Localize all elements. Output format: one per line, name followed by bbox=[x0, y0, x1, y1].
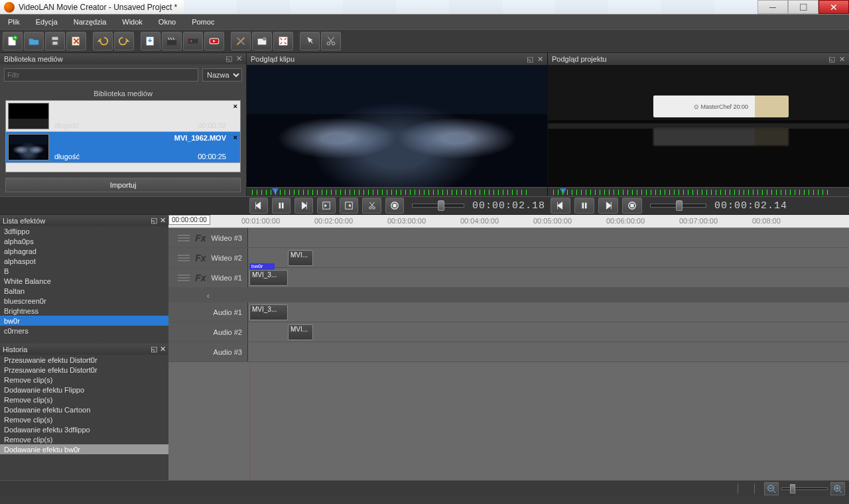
history-item[interactable]: Dodawanie efektu Cartoon bbox=[0, 405, 168, 414]
effect-item[interactable]: White Balance bbox=[0, 276, 168, 286]
clip-preview-ruler[interactable] bbox=[247, 187, 547, 196]
cut-tool-button[interactable] bbox=[321, 32, 341, 50]
media-list[interactable]: długość00:00:32 × MVI_1962.MOV długość00… bbox=[5, 100, 241, 172]
panel-float-icon[interactable]: ◱ bbox=[226, 54, 232, 63]
panel-close-icon[interactable]: ✕ bbox=[537, 55, 543, 64]
effects-list[interactable]: 3dflippoalpha0psalphagradalphaspotBWhite… bbox=[0, 226, 168, 344]
pointer-tool-button[interactable] bbox=[300, 32, 320, 50]
audio-track[interactable]: Audio #2MVI... bbox=[168, 322, 849, 342]
maximize-button[interactable]: ☐ bbox=[788, 0, 818, 14]
redo-button[interactable] bbox=[114, 32, 134, 50]
close-button[interactable]: ✕ bbox=[818, 0, 849, 14]
zoom-slider[interactable] bbox=[781, 487, 828, 490]
video-track[interactable]: FxWideo #1bw0rMVI_3... bbox=[168, 268, 849, 288]
track-collapse-row[interactable]: ‹ bbox=[168, 288, 849, 302]
effect-item[interactable]: alphagrad bbox=[0, 246, 168, 256]
media-item[interactable]: długość00:00:32 × bbox=[6, 101, 240, 132]
project-stop-button[interactable] bbox=[622, 198, 642, 214]
fx-icon[interactable]: Fx bbox=[195, 273, 206, 283]
effect-item[interactable]: Baltan bbox=[0, 286, 168, 296]
timeline-tracks[interactable]: FxWideo #3FxWideo #2MVI...FxWideo #1bw0r… bbox=[168, 228, 849, 480]
history-item[interactable]: Dodawanie efektu 3dflippo bbox=[0, 424, 168, 434]
clip-cut-button[interactable] bbox=[362, 198, 381, 214]
audio-track[interactable]: Audio #3 bbox=[168, 342, 849, 362]
timeline-clip[interactable]: MVI... bbox=[288, 250, 313, 266]
timeline-clip[interactable]: MVI_3... bbox=[249, 270, 288, 286]
project-preview-ruler[interactable] bbox=[548, 187, 849, 196]
panel-float-icon[interactable]: ◱ bbox=[527, 55, 533, 64]
fx-icon[interactable]: Fx bbox=[195, 253, 206, 263]
timeline-ruler[interactable]: 00:00:00:00 00:01:00:00 00:02:00:00 00:0… bbox=[168, 215, 849, 228]
history-item[interactable]: Przesuwanie efektu Distort0r bbox=[0, 355, 168, 365]
save-project-button[interactable] bbox=[45, 32, 65, 50]
clip-set-out-button[interactable] bbox=[340, 198, 358, 214]
close-project-button[interactable] bbox=[66, 32, 86, 50]
timeline-clip[interactable]: MVI... bbox=[288, 324, 313, 340]
project-pause-button[interactable] bbox=[574, 198, 594, 214]
media-item-remove-icon[interactable]: × bbox=[233, 102, 237, 110]
youtube-button[interactable] bbox=[204, 32, 224, 50]
project-speed-slider[interactable] bbox=[650, 204, 706, 208]
panel-close-icon[interactable]: ✕ bbox=[160, 345, 166, 353]
zoom-out-button[interactable] bbox=[764, 482, 779, 495]
panel-float-icon[interactable]: ◱ bbox=[828, 55, 835, 64]
clip-speed-slider[interactable] bbox=[412, 204, 464, 208]
clip-pause-button[interactable] bbox=[272, 198, 291, 214]
effect-item[interactable]: bw0r bbox=[0, 316, 168, 326]
effect-item[interactable]: bluescreen0r bbox=[0, 296, 168, 306]
effect-item[interactable]: alpha0ps bbox=[0, 236, 168, 246]
panel-float-icon[interactable]: ◱ bbox=[151, 216, 157, 225]
clip-next-frame-button[interactable] bbox=[294, 198, 313, 214]
grip-icon[interactable] bbox=[178, 255, 190, 261]
minimize-button[interactable]: ─ bbox=[757, 0, 788, 14]
project-preview-viewport[interactable]: ⊙ MasterChef 20:00 bbox=[548, 65, 849, 187]
media-item-remove-icon[interactable]: × bbox=[233, 133, 237, 141]
import-button[interactable]: Importuj bbox=[5, 178, 241, 192]
panel-close-icon[interactable]: ✕ bbox=[160, 216, 166, 225]
effect-item[interactable]: 3dflippo bbox=[0, 226, 168, 236]
menu-tools[interactable]: Narzędzia bbox=[70, 16, 111, 28]
effect-item[interactable]: alphaspot bbox=[0, 256, 168, 266]
media-filter-input[interactable] bbox=[4, 68, 198, 82]
menu-view[interactable]: Widok bbox=[118, 16, 147, 28]
history-item[interactable]: Remove clip(s) bbox=[0, 414, 168, 424]
effect-item[interactable]: Brightness bbox=[0, 306, 168, 316]
menu-help[interactable]: Pomoc bbox=[188, 16, 218, 28]
media-item[interactable]: MVI_1962.MOV długość00:00:25 × bbox=[6, 132, 240, 163]
timeline-clip[interactable]: MVI_3... bbox=[249, 304, 288, 320]
grip-icon[interactable] bbox=[178, 235, 190, 241]
project-prev-frame-button[interactable] bbox=[551, 198, 570, 214]
history-item[interactable]: Remove clip(s) bbox=[0, 434, 168, 444]
undo-button[interactable] bbox=[93, 32, 113, 50]
media-sort-select[interactable]: Nazwa bbox=[202, 68, 242, 82]
history-item[interactable]: Remove clip(s) bbox=[0, 375, 168, 385]
panel-float-icon[interactable]: ◱ bbox=[151, 345, 157, 353]
clip-stop-button[interactable] bbox=[385, 198, 404, 214]
menu-file[interactable]: Plik bbox=[4, 16, 24, 28]
history-item[interactable]: Dodawanie efektu Flippo bbox=[0, 385, 168, 395]
chevron-left-icon[interactable]: ‹ bbox=[168, 290, 248, 300]
history-list[interactable]: Przesuwanie efektu Distort0rPrzesuwanie … bbox=[0, 355, 168, 480]
project-next-frame-button[interactable] bbox=[598, 198, 618, 214]
history-item[interactable]: Remove clip(s) bbox=[0, 395, 168, 405]
open-project-button[interactable] bbox=[24, 32, 44, 50]
fullscreen-button[interactable] bbox=[273, 32, 293, 50]
clapper-button[interactable] bbox=[162, 32, 182, 50]
grip-icon[interactable] bbox=[178, 275, 190, 281]
zoom-in-button[interactable] bbox=[830, 482, 845, 495]
project-ruler-cursor-icon[interactable] bbox=[560, 188, 566, 194]
settings-button[interactable] bbox=[231, 32, 251, 50]
effect-item[interactable]: B bbox=[0, 266, 168, 276]
effect-clip[interactable]: bw0r bbox=[249, 263, 275, 270]
menu-window[interactable]: Okno bbox=[155, 16, 180, 28]
project-settings-button[interactable] bbox=[252, 32, 272, 50]
panel-close-icon[interactable]: ✕ bbox=[839, 55, 845, 64]
video-track[interactable]: FxWideo #3 bbox=[168, 228, 849, 248]
history-item[interactable]: Przesuwanie efektu Distort0r bbox=[0, 365, 168, 375]
clip-set-in-button[interactable] bbox=[317, 198, 336, 214]
new-project-button[interactable]: + bbox=[3, 32, 23, 50]
clip-prev-frame-button[interactable] bbox=[249, 198, 268, 214]
menu-edit[interactable]: Edycja bbox=[32, 16, 62, 28]
fx-icon[interactable]: Fx bbox=[195, 233, 206, 243]
effect-item[interactable]: c0rners bbox=[0, 326, 168, 336]
